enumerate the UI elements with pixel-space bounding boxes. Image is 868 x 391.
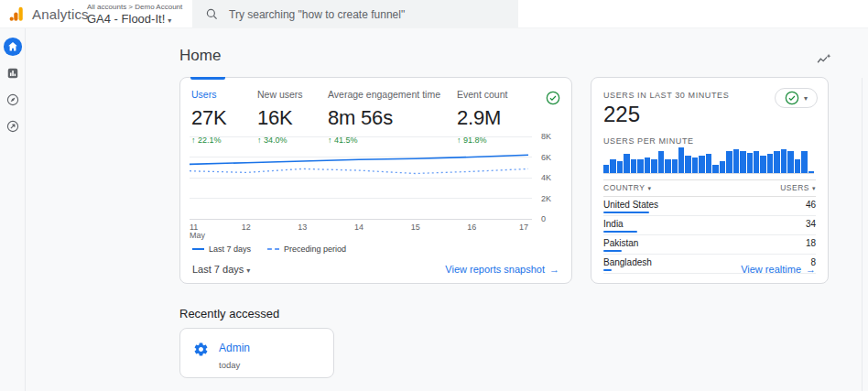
- minute-bar: [637, 159, 643, 173]
- minute-bar: [678, 147, 684, 173]
- minute-bar: [617, 161, 623, 173]
- date-range-selector[interactable]: Last 7 days▾: [192, 264, 250, 275]
- analytics-logo-icon: [9, 6, 25, 22]
- metric-label: Event count: [457, 89, 533, 100]
- minute-bar: [808, 171, 814, 173]
- scrollbar[interactable]: [862, 78, 863, 391]
- metric-label: Average engagement time: [328, 89, 457, 100]
- minute-bar: [603, 165, 609, 173]
- app-root: Analytics All accounts > Demo Account GA…: [0, 0, 868, 391]
- minute-bar: [685, 156, 690, 173]
- chevron-down-icon: ▾: [246, 266, 250, 275]
- svg-text:0: 0: [541, 214, 546, 223]
- minute-bar: [801, 151, 807, 173]
- chevron-down-icon: ▾: [168, 16, 171, 25]
- svg-text:May: May: [190, 231, 206, 240]
- breadcrumb: All accounts > Demo Account: [87, 3, 182, 11]
- legend-swatch-solid: [192, 248, 204, 250]
- realtime-card: USERS IN LAST 30 MINUTES 225 ▾ USERS PER…: [591, 77, 829, 284]
- search-icon: [205, 7, 219, 21]
- chart-legend: Last 7 daysPreceding period: [192, 244, 346, 254]
- minute-bar: [733, 149, 739, 173]
- svg-text:13: 13: [298, 223, 307, 232]
- chevron-down-icon: ▾: [647, 185, 651, 191]
- property-name: GA4 - Flood-It!▾: [87, 12, 182, 26]
- svg-text:6K: 6K: [541, 153, 551, 162]
- svg-text:2K: 2K: [541, 194, 551, 203]
- minute-bar: [754, 151, 759, 173]
- metric-label: Users: [191, 89, 257, 100]
- table-row: Pakistan18: [603, 235, 816, 255]
- metric-value: 16K: [257, 106, 328, 130]
- view-reports-snapshot-link[interactable]: View reports snapshot→: [445, 264, 559, 275]
- realtime-users-count: 225: [603, 102, 640, 127]
- users-per-minute-label: USERS PER MINUTE: [603, 136, 694, 146]
- country-bar: [603, 250, 622, 252]
- minute-bar: [610, 159, 615, 173]
- account-switcher[interactable]: All accounts > Demo Account GA4 - Flood-…: [87, 3, 182, 26]
- minute-bar: [706, 154, 711, 173]
- users-trend-chart: 02K4K6K8K11121314151617May: [190, 131, 564, 241]
- svg-text:15: 15: [411, 223, 420, 232]
- country-cell: Pakistan: [603, 235, 732, 255]
- search-input[interactable]: Try searching "how to create funnel": [192, 0, 518, 28]
- users-cell: 46: [732, 197, 816, 216]
- country-bar: [603, 231, 637, 233]
- sidebar-item-home[interactable]: [3, 37, 23, 57]
- minute-bar: [631, 159, 636, 173]
- minute-bar: [645, 157, 650, 173]
- metric-label: New users: [257, 89, 328, 100]
- insights-icon[interactable]: [813, 49, 833, 70]
- active-metric-indicator: [190, 77, 225, 80]
- data-quality-check-icon: [785, 91, 799, 105]
- data-quality-check-icon[interactable]: [546, 91, 560, 105]
- users-cell: 34: [732, 216, 816, 235]
- minute-bar: [624, 154, 629, 173]
- content-area: Home Users27K↑ 22.1%New users16K↑ 34.0%A…: [0, 28, 868, 391]
- minute-bar: [747, 153, 753, 173]
- svg-text:16: 16: [467, 223, 476, 232]
- search-placeholder: Try searching "how to create funnel": [229, 8, 405, 21]
- table-row: India34: [603, 216, 816, 235]
- users-per-minute-chart: [603, 147, 814, 174]
- minute-bar: [774, 151, 779, 173]
- table-header-users[interactable]: USERS▾: [732, 180, 816, 197]
- country-bar: [603, 269, 612, 271]
- realtime-title: USERS IN LAST 30 MINUTES: [603, 91, 729, 100]
- recent-item-admin[interactable]: Admintoday: [179, 328, 334, 378]
- arrow-right-icon: →: [806, 264, 816, 275]
- sidebar-item-reports[interactable]: [3, 63, 23, 83]
- gear-icon: [193, 342, 209, 377]
- country-cell: United States: [603, 197, 732, 216]
- metric-value: 27K: [191, 106, 257, 130]
- minute-bar: [740, 151, 745, 173]
- metric-value: 2.9M: [457, 106, 533, 130]
- minute-bar: [665, 159, 670, 173]
- minute-bar: [692, 157, 698, 173]
- svg-text:12: 12: [242, 223, 251, 232]
- overview-card-footer: Last 7 days▾ View reports snapshot→: [192, 264, 559, 275]
- legend-item: Preceding period: [267, 244, 346, 254]
- recent-item-label: Admin: [219, 342, 250, 354]
- minute-bar: [781, 149, 787, 173]
- sidebar-item-advertising[interactable]: [3, 116, 23, 136]
- minute-bar: [767, 154, 773, 173]
- metric-value: 8m 56s: [328, 106, 457, 130]
- chevron-down-icon: ▾: [804, 94, 808, 103]
- sidebar-item-explore[interactable]: [3, 90, 23, 110]
- svg-text:4K: 4K: [541, 173, 551, 182]
- table-header-country[interactable]: COUNTRY▾: [603, 180, 732, 197]
- overview-card: Users27K↑ 22.1%New users16K↑ 34.0%Averag…: [179, 77, 572, 284]
- country-cell: India: [603, 216, 732, 235]
- minute-bar: [720, 161, 725, 173]
- analytics-logo[interactable]: Analytics: [9, 0, 89, 28]
- svg-text:17: 17: [519, 223, 528, 232]
- arrow-right-icon: →: [549, 264, 559, 275]
- minute-bar: [787, 151, 793, 173]
- country-bar: [603, 212, 649, 213]
- minute-bar: [658, 151, 664, 173]
- chevron-down-icon: ▾: [812, 185, 816, 191]
- minute-bar: [760, 156, 765, 173]
- realtime-status-dropdown[interactable]: ▾: [775, 88, 818, 108]
- view-realtime-link[interactable]: View realtime→: [741, 264, 816, 275]
